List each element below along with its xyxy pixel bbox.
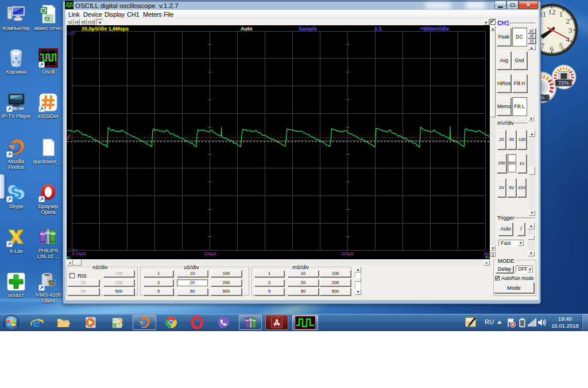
svg-text:<-: <-: [485, 254, 490, 260]
svg-text:1:1: 1:1: [374, 26, 382, 32]
svg-text:Sample: Sample: [299, 26, 317, 32]
svg-text:2: 2: [566, 17, 570, 25]
svg-text:7: 7: [541, 41, 545, 50]
svg-text:1: 1: [559, 10, 563, 18]
svg-text:6: 6: [550, 44, 554, 53]
svg-text:72%: 72%: [558, 80, 568, 86]
svg-text:2,0V: 2,0V: [67, 30, 75, 36]
svg-text:Auto: Auto: [241, 26, 253, 32]
svg-text:3: 3: [568, 26, 572, 34]
svg-text:2: 2: [117, 317, 122, 328]
svg-text:5: 5: [559, 41, 563, 50]
svg-text:-5,74µS: -5,74µS: [71, 251, 86, 256]
svg-text:203µS: 203µS: [341, 251, 354, 256]
svg-text:=500mV/div: =500mV/div: [420, 26, 449, 32]
svg-text:<-: <-: [67, 255, 71, 260]
svg-text:e: e: [33, 316, 40, 329]
svg-text:104µS: 104µS: [204, 251, 216, 256]
svg-text:20,0µS/div 1,6Msps: 20,0µS/div 1,6Msps: [82, 26, 129, 32]
svg-text:12: 12: [548, 7, 556, 16]
